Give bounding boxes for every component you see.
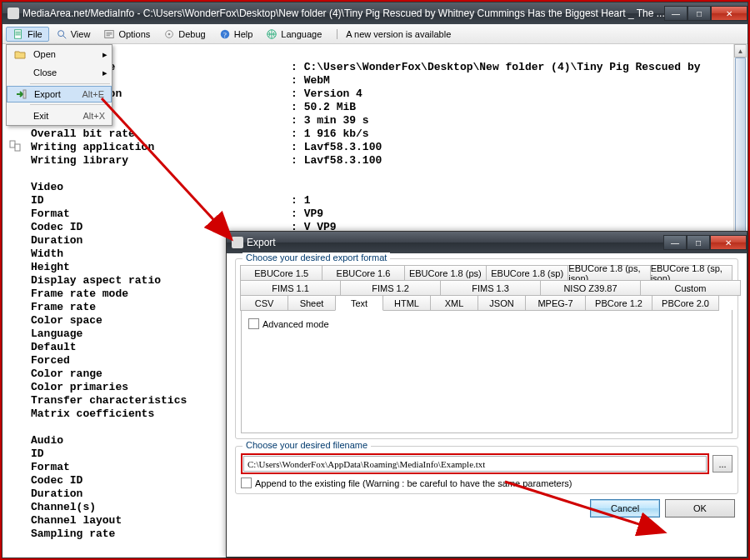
filename-input[interactable] (243, 456, 707, 472)
format-tab[interactable]: NISO Z39.87 (540, 280, 641, 296)
format-tab-content: Advanced mode (241, 310, 732, 433)
format-tab[interactable]: EBUCore 1.8 (sp, json) (650, 265, 732, 281)
file-menu-exit-shortcut: Alt+X (82, 111, 108, 121)
format-tab[interactable]: PBCore 2.0 (652, 295, 719, 311)
format-tab[interactable]: EBUCore 1.6 (322, 265, 404, 281)
menu-options[interactable]: Options (97, 27, 157, 42)
debug-icon (163, 28, 175, 40)
submenu-arrow-icon: ▸ (102, 49, 108, 60)
menu-view-label: View (71, 29, 91, 39)
menu-help-label: Help (234, 29, 253, 39)
filename-highlight (241, 453, 709, 474)
svg-point-4 (168, 32, 171, 35)
svg-rect-16 (15, 144, 20, 151)
view-icon (56, 28, 68, 40)
dialog-title: Export (247, 237, 663, 248)
titlebar-title: MediaArea.net/MediaInfo - C:\Users\Wonde… (22, 8, 664, 19)
maximize-button[interactable]: □ (688, 6, 711, 21)
titlebar[interactable]: MediaArea.net/MediaInfo - C:\Users\Wonde… (2, 2, 748, 24)
menu-options-label: Options (118, 29, 150, 39)
format-tab[interactable]: FIMS 1.2 (340, 280, 441, 296)
app-icon (8, 8, 19, 19)
file-menu-close-label: Close (30, 68, 102, 78)
file-menu-open-label: Open (30, 49, 102, 59)
export-format-group: Choose your desired export format EBUCor… (235, 258, 738, 439)
dialog-close-button[interactable]: ✕ (710, 235, 747, 250)
menu-file[interactable]: File (6, 27, 49, 42)
svg-rect-15 (10, 141, 15, 148)
format-tab[interactable]: JSON (478, 295, 526, 311)
advanced-mode-label: Advanced mode (262, 319, 329, 329)
menu-view[interactable]: View (49, 27, 98, 42)
version-message[interactable]: A new version is available (337, 29, 451, 39)
svg-text:?: ? (223, 30, 227, 38)
folder-open-icon (14, 48, 26, 60)
format-tab[interactable]: PBCore 1.2 (585, 295, 652, 311)
format-tab[interactable]: EBUCore 1.5 (240, 265, 322, 281)
dialog-titlebar[interactable]: Export — □ ✕ (227, 232, 747, 253)
scroll-up-button[interactable]: ▲ (734, 44, 747, 58)
append-label: Append to the existing file (Warning : b… (255, 478, 572, 488)
file-menu-close[interactable]: Close ▸ (7, 63, 112, 82)
format-tab[interactable]: XML (430, 295, 478, 311)
export-icon (15, 88, 27, 100)
menu-separator (30, 83, 110, 84)
format-tab[interactable]: Text (335, 295, 383, 311)
format-tabs-row2: FIMS 1.1FIMS 1.2FIMS 1.3NISO Z39.87Custo… (241, 281, 732, 296)
menu-file-label: File (28, 29, 42, 39)
filename-group: Choose your desired filename ... Append … (235, 446, 738, 494)
export-format-label: Choose your desired export format (242, 252, 390, 262)
dialog-maximize-button[interactable]: □ (687, 235, 710, 250)
file-menu-exit[interactable]: Exit Alt+X (7, 107, 112, 125)
format-tab[interactable]: HTML (382, 295, 431, 311)
format-tabs-row3: CSVSheetTextHTMLXMLJSONMPEG-7PBCore 1.2P… (241, 296, 732, 311)
file-menu-export-shortcut: Alt+E (82, 89, 108, 99)
minimize-button[interactable]: — (664, 6, 688, 21)
export-dialog: Export — □ ✕ Choose your desired export … (226, 231, 748, 558)
format-tab[interactable]: CSV (240, 295, 288, 311)
advanced-mode-checkbox[interactable] (248, 318, 259, 329)
file-menu-open[interactable]: Open ▸ (7, 45, 112, 63)
dialog-icon (232, 237, 243, 248)
menubar: File View Options Debug ? Help Language … (2, 24, 748, 44)
help-icon: ? (219, 28, 231, 40)
format-tab[interactable]: MPEG-7 (525, 295, 586, 311)
svg-rect-8 (23, 90, 26, 98)
menu-separator (30, 104, 110, 105)
toolbar-icon-4[interactable] (8, 139, 24, 154)
language-icon (266, 28, 278, 40)
menu-language[interactable]: Language (259, 27, 328, 42)
format-tabs-row1: EBUCore 1.5EBUCore 1.6EBUCore 1.8 (ps)EB… (241, 266, 732, 281)
menu-debug[interactable]: Debug (157, 27, 212, 42)
format-tab[interactable]: Custom (640, 280, 741, 296)
filename-group-label: Choose your desired filename (242, 440, 371, 450)
format-tab[interactable]: FIMS 1.1 (240, 280, 341, 296)
file-menu-export[interactable]: Export Alt+E (7, 86, 112, 102)
file-menu-exit-label: Exit (30, 111, 82, 121)
format-tab[interactable]: FIMS 1.3 (440, 280, 541, 296)
menu-language-label: Language (281, 29, 322, 39)
format-tab[interactable]: Sheet (288, 295, 336, 311)
submenu-arrow-icon: ▸ (102, 68, 108, 78)
format-tab[interactable]: EBUCore 1.8 (ps, json) (568, 265, 650, 281)
format-tab[interactable]: EBUCore 1.8 (ps) (404, 265, 487, 281)
cancel-button[interactable]: Cancel (590, 499, 660, 518)
file-icon (12, 28, 24, 40)
menu-help[interactable]: ? Help (212, 27, 260, 42)
close-button[interactable]: ✕ (711, 6, 748, 21)
svg-rect-0 (15, 29, 22, 38)
filename-browse-button[interactable]: ... (712, 455, 732, 472)
ok-button[interactable]: OK (665, 499, 735, 518)
menu-debug-label: Debug (178, 29, 205, 39)
options-icon (103, 28, 115, 40)
svg-point-1 (58, 30, 63, 36)
append-checkbox[interactable] (241, 478, 252, 488)
format-tab[interactable]: EBUCore 1.8 (sp) (486, 265, 568, 281)
file-menu-dropdown: Open ▸ Close ▸ Export Alt+E Exit Alt+X (6, 44, 112, 126)
file-menu-export-label: Export (31, 89, 82, 99)
dialog-minimize-button[interactable]: — (663, 235, 687, 250)
